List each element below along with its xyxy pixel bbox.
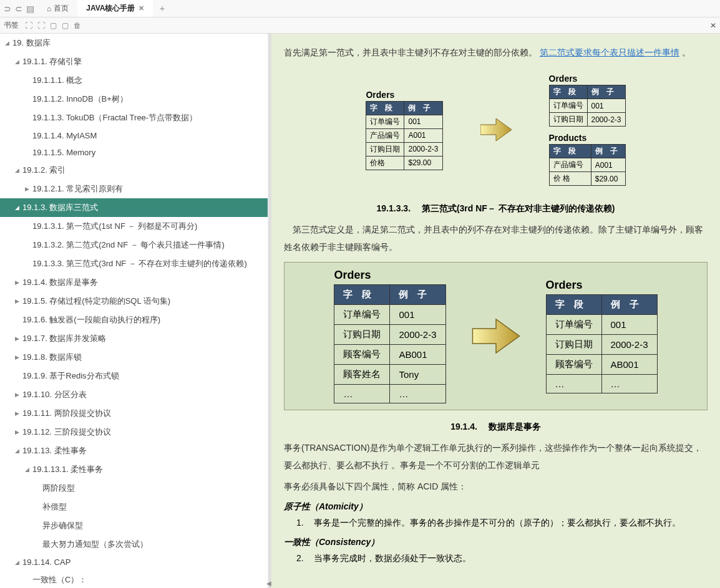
tree-item-label: 19.1.9. 基于Redis分布式锁 bbox=[22, 370, 119, 382]
tab-home[interactable]: ⌂ 首页 bbox=[38, 0, 77, 17]
tree-item[interactable]: 19.1.3.3. 第三范式(3rd NF － 不存在对非主键列的传递依赖) bbox=[0, 254, 268, 273]
home-icon: ⌂ bbox=[47, 4, 51, 13]
orders-caption: Orders bbox=[366, 90, 442, 101]
tree-item-label: 19.1.1.1. 概念 bbox=[32, 75, 82, 86]
new-tab-button[interactable]: ＋ bbox=[153, 3, 172, 14]
tree-item[interactable]: ▶19.1.4. 数据库是事务 bbox=[0, 273, 268, 292]
tree-item[interactable]: 19.1.1.5. Memory bbox=[0, 144, 268, 161]
tree-item-label: 19.1.2.1. 常见索引原则有 bbox=[32, 183, 123, 195]
tree-item[interactable]: 补偿型 bbox=[0, 498, 268, 516]
list-text: 当事务完成时，数据必须处于一致状态。 bbox=[314, 551, 471, 566]
tree-item[interactable]: 19.1.9. 基于Redis分布式锁 bbox=[0, 367, 268, 385]
collapse-icon[interactable]: ⛶ bbox=[37, 21, 45, 30]
tree-item-label: 最大努力通知型（多次尝试） bbox=[42, 539, 148, 550]
tree-item[interactable]: 19.1.3.1. 第一范式(1st NF － 列都是不可再分) bbox=[0, 217, 268, 236]
tree-item[interactable]: ▶19.1.5. 存储过程(特定功能的SQL 语句集) bbox=[0, 292, 268, 311]
caret-closed-icon: ▶ bbox=[25, 186, 31, 192]
panel-close-icon[interactable]: ✕ bbox=[710, 21, 716, 30]
tree-item[interactable]: ▶19.1.11. 两阶段提交协议 bbox=[0, 404, 268, 423]
tree-item-label: 19.1.1. 存储引擎 bbox=[22, 56, 82, 67]
orders-big-before-caption: Orders bbox=[334, 269, 445, 284]
caret-open-icon: ◢ bbox=[15, 167, 21, 173]
tree-item[interactable]: ◢19. 数据库 bbox=[0, 34, 268, 52]
bookmark-add-icon[interactable]: ▢ bbox=[50, 21, 57, 30]
tree-item[interactable]: 19.1.1.3. TokuDB（Fractal Tree-节点带数据） bbox=[0, 108, 268, 127]
tree-item-label: 19.1.4. 数据库是事务 bbox=[22, 277, 98, 288]
trash-icon[interactable]: 🗑 bbox=[74, 21, 81, 30]
tree-item[interactable]: ▶19.1.12. 三阶段提交协议 bbox=[0, 423, 268, 441]
para-3nf: 第三范式定义是，满足第二范式，并且表中的列不存在对非主键列的传递依赖。除了主键订… bbox=[284, 221, 708, 256]
tree-item-label: 19.1.8. 数据库锁 bbox=[22, 352, 82, 363]
tree-item-label: 异步确保型 bbox=[42, 520, 83, 531]
tab-home-label: 首页 bbox=[54, 3, 69, 14]
arrow-icon bbox=[471, 317, 521, 355]
orders-big-after-caption: Orders bbox=[546, 279, 658, 294]
tree-item[interactable]: ◢19.1.13.1. 柔性事务 bbox=[0, 460, 268, 479]
tree-item[interactable]: 19.1.6. 触发器(一段能自动执行的程序) bbox=[0, 311, 268, 329]
forward-icon[interactable]: ⊂ bbox=[15, 4, 22, 14]
tree-item-label: 19. 数据库 bbox=[12, 37, 51, 49]
tree-item[interactable]: 一致性（C）： bbox=[0, 571, 268, 588]
expand-icon[interactable]: ⛶ bbox=[25, 21, 32, 30]
caret-open-icon: ◢ bbox=[15, 205, 21, 211]
caret-closed-icon: ▶ bbox=[15, 298, 21, 304]
list-num: 1. bbox=[296, 515, 308, 531]
tree-item-label: 19.1.7. 数据库并发策略 bbox=[22, 333, 106, 344]
tree-item[interactable]: ◢19.1.13. 柔性事务 bbox=[0, 441, 268, 460]
tree-item[interactable]: ◢19.1.1. 存储引擎 bbox=[0, 52, 268, 71]
caret-closed-icon: ▶ bbox=[15, 335, 21, 342]
outline-sidebar[interactable]: ◢19. 数据库◢19.1.1. 存储引擎19.1.1.1. 概念19.1.1.… bbox=[0, 34, 268, 588]
tree-item[interactable]: ▶19.1.7. 数据库并发策略 bbox=[0, 329, 268, 348]
caret-open-icon: ◢ bbox=[15, 59, 21, 65]
close-icon[interactable]: ✕ bbox=[139, 4, 144, 12]
tree-item[interactable]: ◢19.1.3. 数据库三范式 bbox=[0, 198, 268, 217]
tree-item[interactable]: ◢19.1.14. CAP bbox=[0, 554, 268, 571]
tree-item[interactable]: 19.1.3.2. 第二范式(2nd NF － 每个表只描述一件事情) bbox=[0, 236, 268, 254]
tree-item[interactable]: ◢19.1.2. 索引 bbox=[0, 161, 268, 180]
diagram-2nf: Orders 字 段例 子 订单编号001 产品编号A001 订购日期2000-… bbox=[284, 67, 708, 192]
bookmark-toolbar: 书签 ⛶ ⛶ ▢ ▢ 🗑 ✕ bbox=[0, 17, 720, 34]
list-text: 事务是一个完整的操作。事务的各步操作是不可分的（原子的）；要么都执行，要么都不执… bbox=[314, 515, 681, 531]
prop-consistency: 一致性（Consistency） bbox=[284, 537, 708, 548]
tree-item[interactable]: ▶19.1.2.1. 常见索引原则有 bbox=[0, 180, 268, 198]
splitter-collapse-icon[interactable]: ◀ bbox=[266, 580, 271, 587]
tab-doc[interactable]: JAVA核心手册 ✕ bbox=[77, 0, 153, 17]
back-icon[interactable]: ⊃ bbox=[4, 4, 11, 14]
save-icon[interactable]: ▤ bbox=[26, 4, 34, 14]
products-table: Products 字 段例 子 产品编号A001 价 格$29.00 bbox=[549, 133, 626, 186]
tree-item[interactable]: ▶19.1.8. 数据库锁 bbox=[0, 348, 268, 367]
para-tx-1: 事务(TRANSACTION)是作为单个逻辑工作单元执行的一系列操作，这些操作作… bbox=[284, 439, 708, 474]
tree-item-label: 19.1.2. 索引 bbox=[22, 165, 66, 176]
tree-item[interactable]: 19.1.1.1. 概念 bbox=[0, 71, 268, 90]
orders-big-after: Orders 字 段例 子 订单编号001 订购日期2000-2-3 顾客编号A… bbox=[546, 279, 658, 393]
tree-item-label: 19.1.5. 存储过程(特定功能的SQL 语句集) bbox=[22, 296, 170, 307]
caret-closed-icon: ▶ bbox=[15, 392, 21, 398]
prop-atomicity: 原子性（Atomicity） bbox=[284, 501, 708, 513]
list-num: 2. bbox=[296, 551, 308, 566]
caret-open-icon: ◢ bbox=[5, 40, 11, 46]
tree-item[interactable]: 异步确保型 bbox=[0, 516, 268, 535]
tree-item[interactable]: 两阶段型 bbox=[0, 479, 268, 498]
tree-item-label: 19.1.3.2. 第二范式(2nd NF － 每个表只描述一件事情) bbox=[32, 239, 225, 251]
caret-closed-icon: ▶ bbox=[15, 410, 21, 417]
orders2-caption: Orders bbox=[549, 74, 626, 85]
caret-open-icon: ◢ bbox=[25, 466, 31, 473]
tree-item-label: 19.1.1.4. MyIASM bbox=[32, 131, 97, 140]
bookmark-list-icon[interactable]: ▢ bbox=[62, 21, 69, 30]
caret-closed-icon: ▶ bbox=[15, 429, 21, 435]
tree-item-label: 19.1.10. 分区分表 bbox=[22, 389, 87, 400]
tree-item[interactable]: 19.1.1.2. InnoDB（B+树） bbox=[0, 90, 268, 108]
tree-item[interactable]: 19.1.1.4. MyIASM bbox=[0, 127, 268, 144]
arrow-icon bbox=[480, 117, 512, 142]
para-2nf-b: 。 bbox=[682, 47, 691, 57]
tree-item[interactable]: 最大努力通知型（多次尝试） bbox=[0, 535, 268, 554]
tree-item[interactable]: ▶19.1.10. 分区分表 bbox=[0, 385, 268, 404]
diagram-3nf: Orders 字 段例 子 订单编号001 订购日期2000-2-3 顾客编号A… bbox=[284, 262, 708, 410]
tree-item-label: 19.1.13.1. 柔性事务 bbox=[32, 464, 103, 475]
tree-item-label: 19.1.3.3. 第三范式(3rd NF － 不存在对非主键列的传递依赖) bbox=[32, 258, 247, 269]
document-content[interactable]: 首先满足第一范式，并且表中非主键列不存在对主键的部分依赖。 第二范式要求每个表只… bbox=[271, 34, 720, 588]
tree-item-label: 补偿型 bbox=[42, 501, 67, 513]
heading-3nf: 19.1.3.3. 第三范式(3rd NF－ 不存在对非主键列的传递依赖) bbox=[284, 203, 708, 214]
heading-transaction: 19.1.4. 数据库是事务 bbox=[284, 422, 708, 433]
link-2nf[interactable]: 第二范式要求每个表只描述一件事情 bbox=[540, 47, 679, 57]
